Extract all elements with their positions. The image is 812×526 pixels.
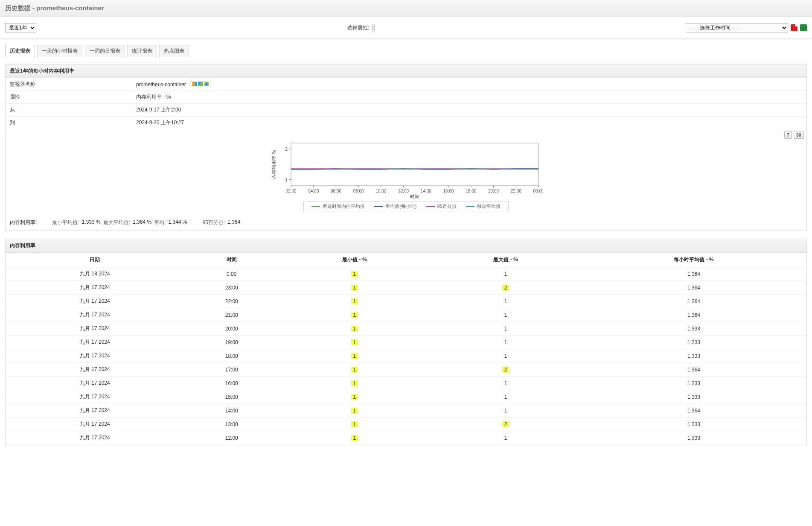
table-row: 九月 17,202417:00121.364 [6, 363, 806, 377]
tab-hourly[interactable]: 一天的小时报表 [37, 45, 82, 57]
cell-avg: 1.364 [581, 281, 806, 295]
cell-time: 21:00 [184, 308, 279, 322]
cell-time: 14:00 [184, 404, 279, 418]
th-avg: 每小时平均值 - % [581, 253, 806, 267]
svg-text:00:00: 00:00 [533, 189, 543, 193]
table-row: 九月 17,202423:00121.364 [6, 281, 806, 295]
cell-min: 1 [279, 267, 430, 281]
tab-heatmap[interactable]: 热点图表 [159, 45, 189, 57]
cell-time: 0:00 [184, 267, 279, 281]
cell-date: 九月 17,2024 [6, 295, 184, 308]
svg-text:20:00: 20:00 [488, 189, 499, 193]
bar-chart-icon[interactable] [192, 82, 197, 86]
period-select[interactable]: 最近1年 [5, 23, 36, 32]
cell-min: 1 [279, 308, 430, 322]
cell-date: 九月 17,2024 [6, 431, 184, 445]
cell-date: 九月 17,2024 [6, 336, 184, 349]
cell-min: 1 [279, 363, 430, 377]
export-excel-icon[interactable] [800, 24, 807, 31]
chart-legend: 所选时间内的平均值平均值(每小时)95百分点移动平均值 [303, 202, 509, 211]
cell-time: 22:00 [184, 295, 279, 308]
cell-avg: 1.333 [581, 336, 806, 349]
chart-range-30-button[interactable]: 30 [794, 131, 804, 139]
legend-item: 平均值(每小时) [374, 203, 416, 210]
cell-avg: 1.333 [581, 349, 806, 363]
cell-date: 九月 17,2024 [6, 377, 184, 390]
cell-time: 16:00 [184, 377, 279, 390]
cell-max: 1 [430, 336, 581, 349]
cell-date: 九月 18,2024 [6, 267, 184, 281]
cell-avg: 1.364 [581, 295, 806, 308]
cell-min: 1 [279, 418, 430, 431]
cell-avg: 1.333 [581, 418, 806, 431]
cell-avg: 1.333 [581, 431, 806, 445]
cell-time: 13:00 [184, 418, 279, 431]
table-row: 九月 17,202418:00111.333 [6, 349, 806, 363]
export-pdf-icon[interactable] [791, 24, 797, 31]
svg-text:18:00: 18:00 [466, 189, 476, 193]
cell-date: 九月 17,2024 [6, 322, 184, 336]
monitor-name-value: prometheus-container [136, 82, 186, 88]
monitor-name-label: 监视器名称 [6, 78, 132, 91]
stats-p95-value: 1.364 [227, 219, 240, 226]
cell-max: 1 [430, 349, 581, 363]
svg-text:22:00: 22:00 [510, 189, 521, 193]
cell-min: 1 [279, 349, 430, 363]
tab-stats[interactable]: 统计报表 [127, 45, 157, 57]
legend-item: 移动平均值 [466, 203, 501, 210]
table-row: 九月 17,202413:00121.333 [6, 418, 806, 431]
stats-row: 内存利用率: 最小平均值: 1.333 % 最大平均值: 1.364 % 平均:… [6, 216, 806, 231]
stats-avg-label: 平均: [154, 219, 166, 226]
worktime-select[interactable]: ------选择工作时间------ [686, 23, 788, 32]
svg-text:2: 2 [285, 146, 287, 152]
to-label: 到 [6, 117, 132, 129]
cell-min: 1 [279, 404, 430, 418]
stats-max-value: 1.364 % [133, 219, 151, 226]
cell-date: 九月 17,2024 [6, 308, 184, 322]
cell-avg: 1.364 [581, 404, 806, 418]
cell-date: 九月 17,2024 [6, 404, 184, 418]
svg-rect-0 [291, 143, 538, 186]
from-value: 2024-9-17 上午2:00 [132, 104, 806, 117]
cell-min: 1 [279, 390, 430, 404]
cell-avg: 1.364 [581, 308, 806, 322]
cell-time: 15:00 [184, 390, 279, 404]
table-row: 九月 17,202415:00111.333 [6, 390, 806, 404]
summary-section: 最近1年的每小时内存利用率 监视器名称 prometheus-container… [5, 64, 807, 231]
th-min: 最小值 - % [279, 253, 430, 267]
monitor-actions[interactable] [190, 81, 211, 87]
svg-text:16:00: 16:00 [443, 189, 454, 193]
th-date: 日期 [6, 253, 184, 267]
cell-max: 2 [430, 418, 581, 431]
tab-bar: 历史报表 一天的小时报表 一周的日报表 统计报表 热点图表 [5, 45, 807, 57]
line-chart-icon[interactable] [198, 82, 203, 86]
cell-date: 九月 17,2024 [6, 418, 184, 431]
stats-p95-label: 95百分点: [203, 219, 225, 226]
cell-max: 1 [430, 390, 581, 404]
pie-chart-icon[interactable] [204, 82, 209, 86]
page-title: 历史数据 - prometheus-container [0, 0, 812, 17]
attribute-drag-handle[interactable] [372, 24, 375, 32]
stats-attr-label: 内存利用率: [10, 219, 37, 226]
tab-history[interactable]: 历史报表 [5, 45, 35, 57]
cell-time: 23:00 [184, 281, 279, 295]
cell-date: 九月 17,2024 [6, 390, 184, 404]
chart-range-7-button[interactable]: 7 [784, 131, 792, 139]
cell-max: 2 [430, 281, 581, 295]
table-row: 九月 17,202420:00111.333 [6, 322, 806, 336]
cell-avg: 1.364 [581, 363, 806, 377]
svg-text:04:00: 04:00 [308, 189, 319, 193]
table-row: 九月 17,202419:00111.333 [6, 336, 806, 349]
tab-weekly[interactable]: 一周的日报表 [85, 45, 125, 57]
svg-text:时间: 时间 [410, 194, 419, 199]
th-max: 最大值 - % [430, 253, 581, 267]
cell-min: 1 [279, 377, 430, 390]
data-table-section: 内存利用率 日期 时间 最小值 - % 最大值 - % 每小时平均值 - % 九… [5, 239, 807, 445]
table-row: 九月 17,202416:00111.333 [6, 377, 806, 390]
data-table-title: 内存利用率 [6, 239, 806, 253]
cell-time: 12:00 [184, 431, 279, 445]
cell-date: 九月 17,2024 [6, 281, 184, 295]
cell-max: 1 [430, 295, 581, 308]
th-time: 时间 [184, 253, 279, 267]
svg-text:12:00: 12:00 [398, 189, 409, 193]
